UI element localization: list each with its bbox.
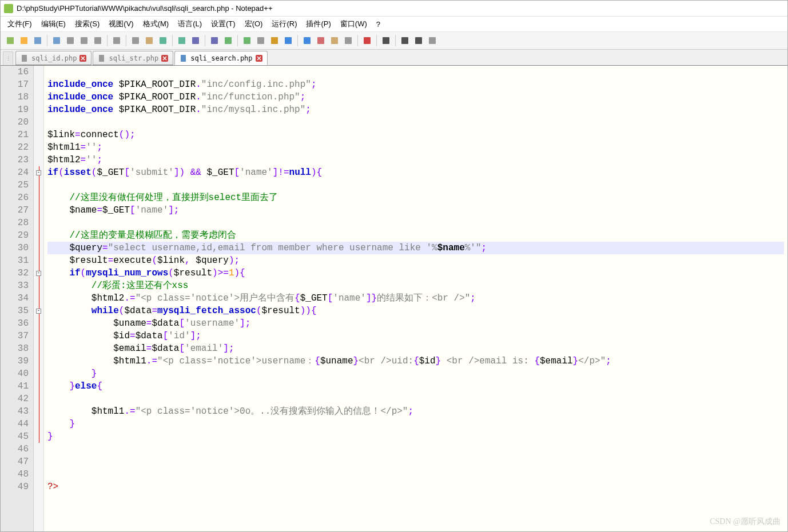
list-button[interactable] [426, 34, 439, 47]
code-line[interactable]: $html2.="<p class='notice'>用户名中含有{$_GET[… [47, 292, 784, 305]
close-icon[interactable] [161, 55, 168, 62]
paste-button[interactable] [143, 34, 156, 47]
fold-box[interactable]: - [36, 271, 41, 276]
code-line[interactable]: if(mysqli_num_rows($result)>=1){ [47, 267, 784, 279]
code-line[interactable]: $query="select username,id,email from me… [47, 242, 784, 254]
fold-cell[interactable] [34, 455, 43, 468]
replace-button[interactable] [208, 34, 221, 47]
fold-cell[interactable] [34, 242, 43, 254]
menu-file[interactable]: 文件(F) [3, 17, 37, 31]
code-line[interactable]: }else{ [47, 380, 784, 393]
zoom-out-button[interactable] [241, 34, 253, 47]
code-line[interactable] [47, 443, 784, 455]
fold-cell[interactable] [34, 179, 43, 191]
fold-cell[interactable] [34, 317, 43, 330]
tab-sqli_str-php[interactable]: sqli_str.php [93, 51, 173, 65]
save-all-button[interactable] [50, 34, 63, 47]
tab-sqli_id-php[interactable]: sqli_id.php [15, 51, 91, 65]
fold-cell[interactable]: - [34, 166, 43, 179]
close-icon[interactable] [256, 55, 262, 62]
code-line[interactable]: $html1=''; [47, 141, 784, 154]
code-line[interactable]: $uname=$data['username']; [47, 317, 784, 330]
play-multi-button[interactable] [412, 34, 425, 47]
fold-cell[interactable] [34, 141, 43, 154]
fold-cell[interactable] [34, 154, 43, 166]
folder-button[interactable] [328, 34, 341, 47]
code-line[interactable]: if(isset($_GET['submit']) && $_GET['name… [47, 166, 784, 179]
copy-button[interactable] [129, 34, 142, 47]
close-all-button[interactable] [78, 34, 90, 47]
play-button[interactable] [399, 34, 411, 47]
close-icon[interactable] [79, 55, 86, 62]
fold-cell[interactable] [34, 91, 43, 103]
code-line[interactable]: $html1.="<p class='notice'>username：{$un… [47, 355, 784, 367]
code-line[interactable]: $id=$data['id']; [47, 330, 784, 342]
menu-settings[interactable]: 设置(T) [206, 17, 240, 31]
menu-format[interactable]: 格式(M) [138, 17, 174, 31]
menu-edit[interactable]: 编辑(E) [37, 17, 70, 31]
menu-help[interactable]: ? [372, 18, 385, 30]
wrap-button[interactable] [268, 34, 281, 47]
code-line[interactable] [47, 455, 784, 468]
fold-cell[interactable] [34, 393, 43, 405]
fold-box[interactable]: - [36, 170, 41, 175]
fold-cell[interactable] [34, 481, 43, 493]
fold-cell[interactable] [34, 279, 43, 292]
fold-cell[interactable] [34, 443, 43, 455]
code-line[interactable] [47, 468, 784, 481]
code-line[interactable]: $html1.="<p class='notice'>0o。..没有搜索到你输入… [47, 405, 784, 418]
open-button[interactable] [18, 34, 30, 47]
lang-button[interactable] [315, 34, 327, 47]
fold-cell[interactable] [34, 254, 43, 267]
code-line[interactable]: } [47, 430, 784, 443]
code-line[interactable] [47, 116, 784, 129]
fold-cell[interactable] [34, 229, 43, 242]
fold-cell[interactable] [34, 468, 43, 481]
code-line[interactable]: $link=connect(); [47, 129, 784, 141]
fold-cell[interactable] [34, 204, 43, 217]
code-line[interactable]: //这里没有做任何处理，直接拼到select里面去了 [47, 191, 784, 204]
show-chars-button[interactable] [282, 34, 294, 47]
fold-cell[interactable] [34, 418, 43, 430]
fold-cell[interactable]: - [34, 305, 43, 317]
cut-button[interactable] [110, 34, 123, 47]
tab-margin-handle[interactable]: ⋮ [3, 51, 13, 65]
undo-button[interactable] [157, 34, 169, 47]
fold-cell[interactable] [34, 292, 43, 305]
fold-cell[interactable] [34, 367, 43, 380]
menu-search[interactable]: 搜索(S) [70, 17, 104, 31]
menu-plugins[interactable]: 插件(P) [301, 17, 335, 31]
code-line[interactable]: $html2=''; [47, 154, 784, 166]
menu-run[interactable]: 运行(R) [267, 17, 301, 31]
code-line[interactable]: include_once $PIKA_ROOT_DIR."inc/functio… [47, 91, 784, 103]
fold-cell[interactable] [34, 103, 43, 116]
code-line[interactable]: while($data=mysqli_fetch_assoc($result))… [47, 305, 784, 317]
tab-sqli_search-php[interactable]: sqli_search.php [174, 51, 267, 65]
code-line[interactable]: } [47, 367, 784, 380]
code-line[interactable] [47, 179, 784, 191]
code-line[interactable]: //这里的变量是模糊匹配，需要考虑闭合 [47, 229, 784, 242]
menu-macro[interactable]: 宏(O) [240, 17, 268, 31]
code-line[interactable]: include_once $PIKA_ROOT_DIR."inc/mysql.i… [47, 103, 784, 116]
fold-cell[interactable] [34, 405, 43, 418]
zoom-in-button[interactable] [222, 34, 234, 47]
code-line[interactable]: ?> [47, 481, 784, 493]
menu-language[interactable]: 语言(L) [173, 17, 206, 31]
eye-button[interactable] [342, 34, 355, 47]
fold-cell[interactable] [34, 217, 43, 229]
code-line[interactable] [47, 217, 784, 229]
fold-cell[interactable] [34, 191, 43, 204]
indent-guide-button[interactable] [301, 34, 313, 47]
fold-cell[interactable] [34, 330, 43, 342]
editor[interactable]: 1617181920212223242526272829303132333435… [1, 66, 787, 531]
code-line[interactable] [47, 66, 784, 78]
code-line[interactable]: } [47, 418, 784, 430]
sync-button[interactable] [254, 34, 267, 47]
record-button[interactable] [361, 34, 373, 47]
menu-window[interactable]: 窗口(W) [336, 17, 372, 31]
code-area[interactable]: include_once $PIKA_ROOT_DIR."inc/config.… [44, 66, 787, 531]
redo-button[interactable] [176, 34, 188, 47]
fold-cell[interactable] [34, 342, 43, 355]
fold-cell[interactable] [34, 66, 43, 78]
code-line[interactable]: $name=$_GET['name']; [47, 204, 784, 217]
